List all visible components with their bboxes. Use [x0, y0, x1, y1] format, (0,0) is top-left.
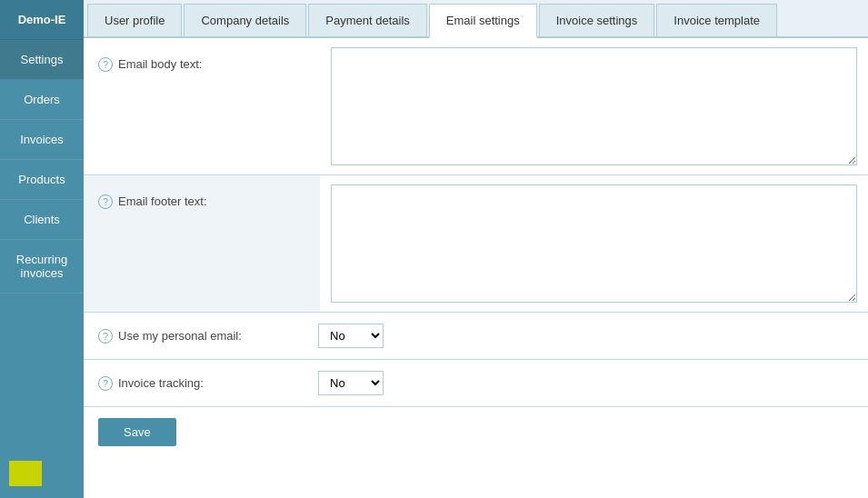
- email-footer-label: Email footer text:: [118, 194, 207, 210]
- tab-bar: User profile Company details Payment det…: [84, 0, 868, 38]
- tab-payment-details[interactable]: Payment details: [308, 4, 427, 36]
- invoice-tracking-select[interactable]: No Yes: [318, 371, 384, 395]
- email-body-input-col: [320, 38, 868, 174]
- content-area: ? Email body text: ? Email footer text: …: [84, 38, 868, 498]
- personal-email-row: ? Use my personal email: No Yes: [84, 313, 868, 360]
- tab-invoice-settings[interactable]: Invoice settings: [539, 4, 655, 36]
- invoice-tracking-row: ? Invoice tracking: No Yes: [84, 360, 868, 407]
- sidebar-header: Demo-IE: [0, 0, 84, 40]
- personal-email-select[interactable]: No Yes: [318, 324, 384, 348]
- email-footer-help-icon[interactable]: ?: [98, 194, 113, 209]
- tab-email-settings[interactable]: Email settings: [429, 4, 537, 38]
- save-button[interactable]: Save: [98, 418, 176, 446]
- sidebar-bottom-icon: [9, 461, 42, 486]
- sidebar-item-recurring-invoices[interactable]: Recurring invoices: [0, 240, 84, 294]
- sidebar-item-settings[interactable]: Settings: [0, 40, 84, 80]
- sidebar-item-invoices[interactable]: Invoices: [0, 120, 84, 160]
- email-footer-section: ? Email footer text:: [84, 175, 868, 313]
- sidebar-item-orders[interactable]: Orders: [0, 80, 84, 120]
- tab-company-details[interactable]: Company details: [184, 4, 306, 36]
- invoice-tracking-help-icon[interactable]: ?: [98, 376, 113, 391]
- tab-invoice-template[interactable]: Invoice template: [656, 4, 777, 36]
- save-button-row: Save: [84, 407, 868, 457]
- email-body-label: Email body text:: [118, 56, 203, 73]
- invoice-tracking-label: Invoice tracking:: [118, 376, 318, 390]
- email-body-help-icon[interactable]: ?: [98, 57, 113, 72]
- email-body-textarea[interactable]: [331, 47, 857, 165]
- sidebar: Demo-IE Settings Orders Invoices Product…: [0, 0, 84, 498]
- sidebar-item-clients[interactable]: Clients: [0, 200, 84, 240]
- email-footer-label-col: ? Email footer text:: [84, 175, 320, 312]
- personal-email-help-icon[interactable]: ?: [98, 329, 113, 344]
- email-body-label-col: ? Email body text:: [84, 38, 320, 174]
- sidebar-item-products[interactable]: Products: [0, 160, 84, 200]
- tab-user-profile[interactable]: User profile: [87, 4, 182, 36]
- email-footer-textarea[interactable]: [331, 184, 857, 303]
- sidebar-bottom: [0, 452, 84, 498]
- email-footer-input-col: [320, 175, 868, 312]
- email-body-section: ? Email body text:: [84, 38, 868, 175]
- personal-email-label: Use my personal email:: [118, 329, 318, 343]
- main-area: User profile Company details Payment det…: [84, 0, 868, 498]
